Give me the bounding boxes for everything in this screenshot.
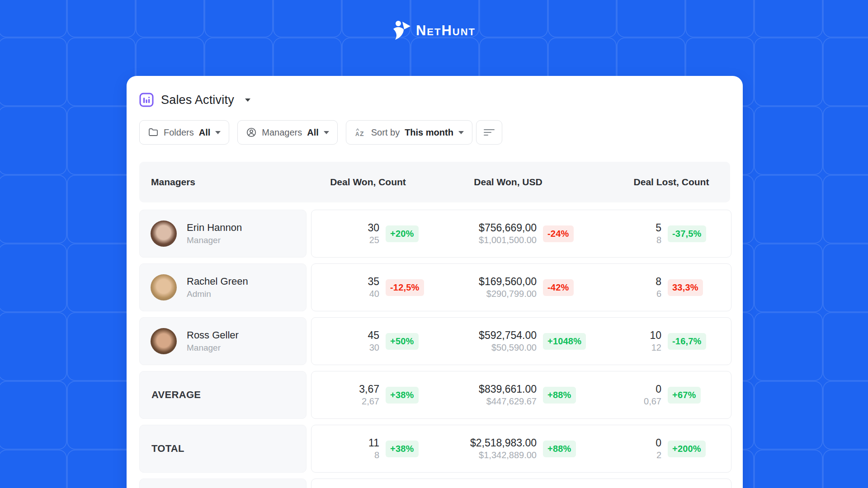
report-card: Sales Activity Folders All Managers All bbox=[127, 76, 743, 488]
column-header-deal-lost-count: Deal Lost, Count bbox=[591, 177, 731, 188]
managers-filter[interactable]: Managers All bbox=[237, 120, 338, 145]
current-value: $592,754.00 bbox=[479, 329, 537, 342]
summary-label: TOTAL bbox=[139, 425, 307, 473]
values-cell: 35 40 -12,5% $169,560,00 $290,799.00 -42… bbox=[311, 263, 731, 311]
previous-value: 0,67 bbox=[644, 396, 661, 407]
deal-won-usd-cell: $592,754.00 $50,590.00 +1048% bbox=[425, 329, 592, 353]
current-value: 5 bbox=[656, 222, 661, 234]
deal-won-usd-cell: $756,669,00 $1,001,500.00 -24% bbox=[425, 222, 592, 245]
deal-lost-count-cell: 5 8 -37,5% bbox=[592, 222, 732, 245]
deal-won-count-cell: 35 40 -12,5% bbox=[311, 276, 425, 299]
table-row: Rachel Green Admin 35 40 -12,5% $169,560… bbox=[139, 263, 730, 311]
current-value: 35 bbox=[368, 276, 379, 288]
current-value: $169,560,00 bbox=[479, 276, 537, 288]
change-badge: +38% bbox=[386, 441, 419, 457]
previous-value: 40 bbox=[369, 289, 379, 299]
change-badge: +88% bbox=[543, 441, 576, 457]
page-title: Sales Activity bbox=[161, 93, 234, 107]
deal-won-usd-cell: $2,518,983.00 $1,342,889.00 +88% bbox=[425, 437, 592, 460]
deal-won-count-cell: 45 30 +50% bbox=[311, 329, 425, 353]
deal-won-count-cell: 11 8 +38% bbox=[311, 437, 425, 460]
folder-icon bbox=[148, 127, 159, 138]
change-badge: +1048% bbox=[543, 333, 586, 350]
filter-value: All bbox=[199, 127, 211, 138]
current-value: 10 bbox=[650, 329, 661, 342]
change-badge: -42% bbox=[543, 279, 574, 296]
filter-label: Folders bbox=[164, 127, 194, 138]
bar-chart-icon bbox=[139, 93, 154, 107]
deal-lost-count-cell: 8 6 33,3% bbox=[592, 276, 732, 299]
current-value: 3,67 bbox=[359, 383, 379, 395]
previous-value: 8 bbox=[656, 235, 661, 245]
table-header: Managers Deal Won, Count Deal Won, USD D… bbox=[139, 162, 730, 202]
values-cell: 3,67 2,67 +38% $839,661.00 $447,629.67 +… bbox=[311, 371, 731, 419]
column-header-managers: Managers bbox=[139, 177, 311, 188]
filter-value: All bbox=[307, 127, 319, 138]
avatar bbox=[151, 274, 177, 300]
manager-name: Ross Geller bbox=[187, 329, 239, 341]
brand-logo: NetHunt bbox=[0, 21, 868, 41]
change-badge: -12,5% bbox=[386, 279, 424, 296]
previous-value: 2,67 bbox=[362, 396, 379, 407]
manager-cell[interactable]: Erin Hannon Manager bbox=[139, 210, 307, 258]
current-value: 8 bbox=[656, 276, 661, 288]
table-row-clipped bbox=[139, 479, 730, 488]
summary-label: AVERAGE bbox=[139, 371, 307, 419]
table-row: Erin Hannon Manager 30 25 +20% $756,669,… bbox=[139, 210, 730, 258]
change-badge: +50% bbox=[386, 333, 419, 350]
filter-label: Sort by bbox=[371, 127, 400, 138]
current-value: $2,518,983.00 bbox=[470, 437, 537, 449]
column-header-deal-won-count: Deal Won, Count bbox=[311, 177, 425, 188]
column-header-deal-won-usd: Deal Won, USD bbox=[425, 177, 591, 188]
manager-cell[interactable]: Ross Geller Manager bbox=[139, 317, 307, 365]
current-value: 45 bbox=[368, 329, 379, 342]
sort-order-button[interactable] bbox=[476, 120, 502, 145]
deal-lost-count-cell: 10 12 -16,7% bbox=[592, 329, 732, 353]
chevron-down-icon[interactable] bbox=[245, 99, 250, 102]
previous-value: $1,342,889.00 bbox=[479, 450, 537, 460]
manager-name: Erin Hannon bbox=[187, 222, 242, 234]
table-row: Ross Geller Manager 45 30 +50% $592,754.… bbox=[139, 317, 730, 365]
manager-role: Manager bbox=[187, 343, 239, 353]
chevron-down-icon bbox=[324, 131, 329, 134]
folders-filter[interactable]: Folders All bbox=[139, 120, 229, 145]
change-badge: +67% bbox=[668, 387, 701, 404]
previous-value: $50,590.00 bbox=[491, 343, 537, 353]
current-value: 0 bbox=[656, 383, 661, 395]
svg-text:A: A bbox=[355, 131, 359, 137]
previous-value: $1,001,500.00 bbox=[479, 235, 537, 245]
values-cell: 11 8 +38% $2,518,983.00 $1,342,889.00 +8… bbox=[311, 425, 731, 473]
person-icon bbox=[246, 127, 257, 138]
chevron-down-icon bbox=[458, 131, 464, 134]
previous-value: 25 bbox=[369, 235, 379, 245]
report-title-row[interactable]: Sales Activity bbox=[139, 92, 730, 108]
current-value: 0 bbox=[656, 437, 661, 449]
previous-value: 30 bbox=[369, 343, 379, 353]
deal-won-count-cell: 3,67 2,67 +38% bbox=[311, 383, 425, 407]
previous-value: $447,629.67 bbox=[486, 396, 537, 407]
brand-wordmark: NetHunt bbox=[416, 23, 476, 39]
az-sort-icon: A Z bbox=[354, 127, 366, 138]
manager-role: Manager bbox=[187, 235, 242, 245]
manager-name: Rachel Green bbox=[187, 276, 248, 287]
change-badge: 33,3% bbox=[668, 279, 703, 296]
manager-cell[interactable]: Rachel Green Admin bbox=[139, 263, 307, 311]
filter-row: Folders All Managers All A Z Sort by bbox=[139, 120, 730, 145]
change-badge: -16,7% bbox=[668, 333, 706, 350]
sort-controls: A Z Sort by This month bbox=[346, 120, 502, 145]
manager-role: Admin bbox=[187, 289, 248, 299]
summary-row-total: TOTAL 11 8 +38% $2,518,983.00 $1,342,889… bbox=[139, 425, 730, 473]
deal-won-usd-cell: $169,560,00 $290,799.00 -42% bbox=[425, 276, 592, 299]
sort-lines-icon bbox=[483, 128, 495, 137]
values-cell bbox=[311, 479, 731, 488]
previous-value: 6 bbox=[656, 289, 661, 299]
change-badge: -37,5% bbox=[668, 225, 706, 242]
change-badge: +20% bbox=[386, 225, 419, 242]
deal-lost-count-cell: 0 0,67 +67% bbox=[592, 383, 732, 407]
values-cell: 45 30 +50% $592,754.00 $50,590.00 +1048%… bbox=[311, 317, 731, 365]
sort-by-filter[interactable]: A Z Sort by This month bbox=[346, 120, 472, 145]
current-value: $839,661.00 bbox=[479, 383, 537, 395]
change-badge: +88% bbox=[543, 387, 576, 404]
previous-value: 12 bbox=[651, 343, 661, 353]
change-badge: +200% bbox=[668, 441, 706, 457]
